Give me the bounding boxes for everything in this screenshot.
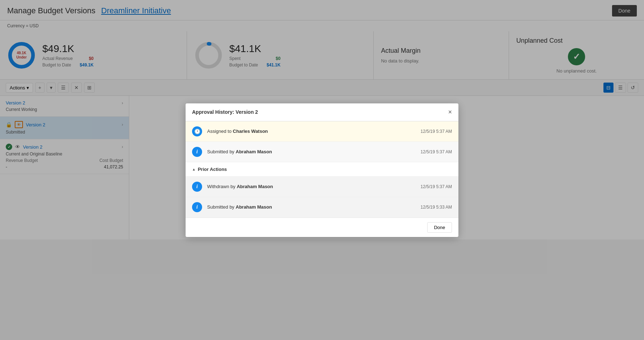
- info-icon-3: i: [192, 202, 202, 212]
- prior-time-2: 12/5/19 5:33 AM: [421, 205, 452, 210]
- approval-history-modal: Approval History: Version 2 × 🕐 Assigned…: [186, 103, 458, 237]
- prior-actions-label: Prior Actions: [198, 167, 227, 172]
- history-text-2: Submitted by Abraham Mason: [207, 149, 416, 154]
- clock-icon-1: 🕐: [192, 126, 202, 136]
- modal-done-button[interactable]: Done: [427, 222, 452, 233]
- history-row-2: i Submitted by Abraham Mason 12/5/19 5:3…: [186, 142, 458, 162]
- prior-row-1: i Withdrawn by Abraham Mason 12/5/19 5:3…: [186, 177, 458, 197]
- info-icon-2: i: [192, 182, 202, 192]
- history-time-2: 12/5/19 5:37 AM: [421, 149, 452, 154]
- modal-close-button[interactable]: ×: [448, 108, 452, 116]
- history-time-1: 12/5/19 5:37 AM: [421, 129, 452, 134]
- modal-title: Approval History: Version 2: [192, 109, 258, 115]
- prior-row-2: i Submitted by Abraham Mason 12/5/19 5:3…: [186, 197, 458, 218]
- history-row-1: 🕐 Assigned to Charles Watson 12/5/19 5:3…: [186, 121, 458, 142]
- modal-footer: Done: [186, 218, 458, 237]
- prior-time-1: 12/5/19 5:37 AM: [421, 184, 452, 189]
- triangle-icon: ▲: [192, 167, 196, 171]
- prior-text-2: Submitted by Abraham Mason: [207, 204, 416, 210]
- modal-header: Approval History: Version 2 ×: [186, 103, 458, 121]
- info-icon-1: i: [192, 147, 202, 157]
- prior-actions-header: ▲ Prior Actions: [186, 162, 458, 177]
- history-text-1: Assigned to Charles Watson: [207, 129, 416, 134]
- modal-overlay[interactable]: Approval History: Version 2 × 🕐 Assigned…: [0, 0, 644, 239]
- prior-text-1: Withdrawn by Abraham Mason: [207, 184, 416, 189]
